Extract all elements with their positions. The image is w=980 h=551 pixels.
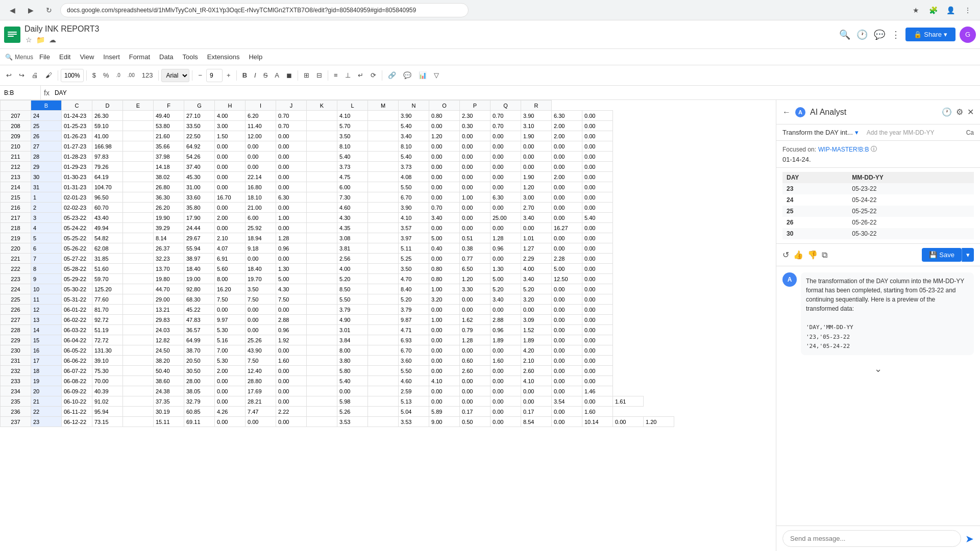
table-cell[interactable]: 3.84 xyxy=(337,335,368,345)
table-cell[interactable]: 3.79 xyxy=(337,305,368,315)
table-cell[interactable] xyxy=(123,213,154,223)
table-cell[interactable]: 0.00 xyxy=(215,386,246,396)
table-cell[interactable]: 38.97 xyxy=(184,254,215,264)
table-cell[interactable]: 5.50 xyxy=(399,366,429,376)
table-cell[interactable]: 49.94 xyxy=(92,223,123,233)
table-cell[interactable]: 5.20 xyxy=(491,284,521,294)
col-header-h[interactable]: H xyxy=(215,101,246,111)
table-cell[interactable]: 12 xyxy=(31,305,62,315)
reload-button[interactable]: ↻ xyxy=(42,3,56,17)
table-cell[interactable]: 29.00 xyxy=(154,294,184,305)
table-cell[interactable]: 1.50 xyxy=(215,131,246,141)
table-cell[interactable]: 6.93 xyxy=(399,335,429,345)
table-cell[interactable]: 21.00 xyxy=(246,203,276,213)
menu-item-insert[interactable]: Insert xyxy=(99,51,124,63)
share-button[interactable]: 🔒 Share ▾ xyxy=(905,28,955,41)
cloud-icon[interactable]: ☁ xyxy=(48,35,57,45)
table-cell[interactable]: 5.20 xyxy=(521,284,552,294)
table-cell[interactable]: 3.40 xyxy=(429,213,460,223)
row-number[interactable]: 234 xyxy=(1,386,31,396)
table-cell[interactable]: 3.00 xyxy=(215,121,246,131)
table-cell[interactable]: 0.00 xyxy=(552,386,582,396)
table-cell[interactable]: 0.00 xyxy=(276,345,307,356)
table-cell[interactable]: 19.70 xyxy=(246,274,276,284)
table-cell[interactable] xyxy=(368,172,399,182)
table-cell[interactable]: 3.90 xyxy=(521,111,552,121)
table-cell[interactable]: 0.00 xyxy=(276,152,307,162)
table-cell[interactable] xyxy=(307,325,337,335)
table-cell[interactable] xyxy=(123,192,154,203)
expand-button[interactable]: ⌄ xyxy=(782,361,974,377)
table-cell[interactable]: 0.00 xyxy=(491,131,521,141)
fill-color-button[interactable]: ◼ xyxy=(283,68,295,83)
table-cell[interactable]: 2.00 xyxy=(215,213,246,223)
table-cell[interactable]: 02-01-23 xyxy=(62,192,92,203)
table-cell[interactable]: 59.70 xyxy=(92,274,123,284)
table-cell[interactable]: 4.60 xyxy=(399,376,429,386)
table-cell[interactable]: 0.96 xyxy=(491,325,521,335)
row-number[interactable]: 219 xyxy=(1,233,31,243)
table-cell[interactable]: 5.04 xyxy=(399,407,429,417)
table-cell[interactable]: 2.60 xyxy=(521,366,552,376)
table-cell[interactable]: 15 xyxy=(31,335,62,345)
table-cell[interactable]: 54.82 xyxy=(92,233,123,243)
table-cell[interactable]: 0.00 xyxy=(246,315,276,325)
table-cell[interactable] xyxy=(368,386,399,396)
table-cell[interactable]: 0.00 xyxy=(429,172,460,182)
table-cell[interactable]: 5.50 xyxy=(337,294,368,305)
table-cell[interactable]: 1.00 xyxy=(429,315,460,325)
table-cell[interactable] xyxy=(307,233,337,243)
table-cell[interactable]: 05-27-22 xyxy=(62,254,92,264)
table-cell[interactable]: 0.00 xyxy=(429,152,460,162)
table-cell[interactable]: 24.50 xyxy=(154,345,184,356)
table-cell[interactable]: 3.90 xyxy=(399,203,429,213)
bold-button[interactable]: B xyxy=(239,68,250,83)
table-cell[interactable]: 47.83 xyxy=(184,315,215,325)
row-number[interactable]: 221 xyxy=(1,254,31,264)
table-cell[interactable]: 0.00 xyxy=(552,192,582,203)
url-bar[interactable]: docs.google.com/spreadsheets/d/1hMlvTyyC… xyxy=(60,3,469,17)
table-cell[interactable]: 25.92 xyxy=(246,223,276,233)
table-cell[interactable]: 0.00 xyxy=(552,141,582,152)
table-cell[interactable]: 4.08 xyxy=(399,172,429,182)
table-cell[interactable]: 18.40 xyxy=(246,264,276,274)
table-cell[interactable]: 12.50 xyxy=(552,274,582,284)
table-cell[interactable]: 0.00 xyxy=(552,345,582,356)
font-size-display[interactable]: 9 xyxy=(206,69,223,82)
table-cell[interactable]: 0.00 xyxy=(276,396,307,407)
table-cell[interactable]: 0.00 xyxy=(215,417,246,427)
table-cell[interactable]: 51.60 xyxy=(92,264,123,274)
table-cell[interactable]: 0.00 xyxy=(246,152,276,162)
table-cell[interactable]: 31.00 xyxy=(184,182,215,192)
table-cell[interactable] xyxy=(123,264,154,274)
table-cell[interactable]: 2.10 xyxy=(521,356,552,366)
table-cell[interactable] xyxy=(307,294,337,305)
table-cell[interactable]: 05-23-22 xyxy=(62,213,92,223)
table-cell[interactable]: 26.80 xyxy=(154,182,184,192)
table-cell[interactable]: 0.00 xyxy=(429,182,460,192)
table-cell[interactable]: 0.00 xyxy=(552,335,582,345)
table-cell[interactable]: 28.21 xyxy=(246,396,276,407)
table-cell[interactable]: 2.22 xyxy=(276,407,307,417)
table-cell[interactable]: 6.30 xyxy=(552,111,582,121)
row-number[interactable]: 235 xyxy=(1,396,31,407)
table-cell[interactable]: 1.62 xyxy=(460,315,491,325)
table-cell[interactable]: 0.00 xyxy=(460,213,491,223)
table-cell[interactable]: 13 xyxy=(31,315,62,325)
table-cell[interactable]: 28.80 xyxy=(246,376,276,386)
table-cell[interactable]: 1.90 xyxy=(521,131,552,141)
table-cell[interactable]: 0.00 xyxy=(429,366,460,376)
table-cell[interactable]: 41.00 xyxy=(92,131,123,141)
table-cell[interactable]: 0.70 xyxy=(429,203,460,213)
table-cell[interactable]: 0.00 xyxy=(460,345,491,356)
table-cell[interactable]: 29.83 xyxy=(154,315,184,325)
table-cell[interactable] xyxy=(307,121,337,131)
ai-settings-button[interactable]: ⚙ xyxy=(956,107,963,117)
comment-button[interactable]: 💬 xyxy=(400,68,414,83)
back-to-sheets-button[interactable]: ← xyxy=(782,108,791,117)
table-cell[interactable] xyxy=(307,284,337,294)
table-cell[interactable]: 5.00 xyxy=(429,233,460,243)
table-cell[interactable]: 3.81 xyxy=(337,243,368,254)
table-cell[interactable]: 2.00 xyxy=(552,172,582,182)
table-cell[interactable]: 5.00 xyxy=(491,274,521,284)
